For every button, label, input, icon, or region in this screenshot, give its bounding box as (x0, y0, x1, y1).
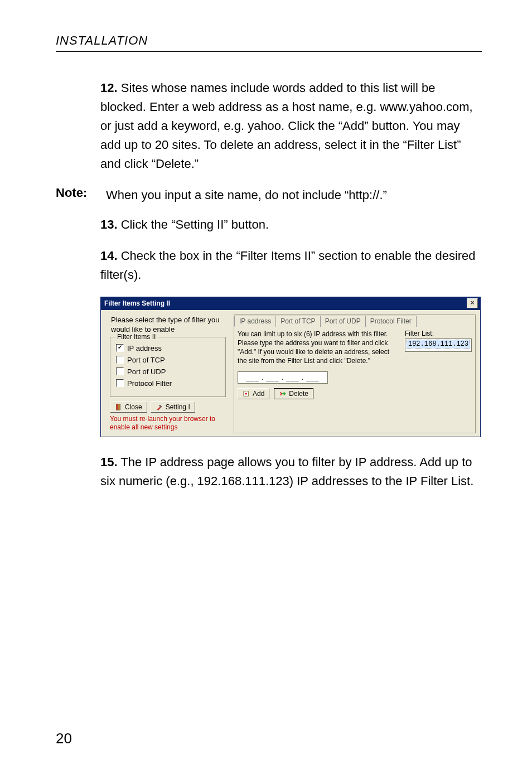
close-button[interactable]: Close (110, 401, 147, 413)
checkbox-protocol-row[interactable]: Protocol Filter (116, 379, 220, 388)
filter-items-dialog: Filter Items Setting II × Please select … (100, 297, 481, 437)
checkbox-protocol-label: Protocol Filter (127, 379, 172, 388)
step-14-num: 14. (100, 249, 118, 263)
delete-button-label: Delete (289, 390, 308, 398)
dialog-title: Filter Items Setting II (104, 299, 170, 307)
filter-list-label: Filter List: (405, 330, 472, 337)
tab-port-tcp[interactable]: Port of TCP (275, 316, 320, 327)
checkbox-udp-label: Port of UDP (127, 367, 166, 376)
filter-items-groupbox: Filter Items II ✓ IP address Port of TCP… (110, 337, 226, 397)
dialog-close-button[interactable]: × (467, 298, 478, 308)
add-button[interactable]: Add (238, 388, 269, 399)
tab-protocol-filter[interactable]: Protocol Filter (365, 316, 417, 327)
checkbox-protocol[interactable] (116, 379, 124, 387)
add-icon (243, 390, 250, 398)
close-button-label: Close (125, 403, 142, 411)
note-text: When you input a site name, do not inclu… (106, 186, 387, 205)
relaunch-warning: You must re-launch your browser to enabl… (110, 415, 226, 432)
checkbox-tcp-row[interactable]: Port of TCP (116, 356, 220, 364)
checkbox-udp[interactable] (116, 367, 124, 375)
svg-rect-1 (117, 404, 118, 410)
step-15-text: The IP address page allows you to filter… (100, 455, 473, 488)
checkbox-tcp[interactable] (116, 356, 124, 364)
tools-icon (156, 403, 163, 411)
note-label: Note: (56, 186, 95, 205)
filter-list[interactable]: 192.168.111.123 (405, 338, 472, 352)
tab-instruction: You can limit up to six (6) IP address w… (238, 330, 400, 366)
delete-button[interactable]: Delete (274, 388, 313, 399)
checkbox-tcp-label: Port of TCP (127, 356, 165, 364)
tab-port-udp[interactable]: Port of UDP (320, 316, 366, 327)
tabstrip: IP address Port of TCP Port of UDP Proto… (234, 315, 475, 326)
filter-list-item[interactable]: 192.168.111.123 (407, 340, 470, 349)
step-14: 14. Check the box in the “Filter Items I… (100, 246, 482, 284)
checkbox-ip[interactable]: ✓ (116, 344, 124, 352)
step-12-text: Sites whose names include words added to… (100, 81, 473, 171)
section-header: INSTALLATION (56, 33, 482, 52)
delete-icon (279, 390, 287, 398)
step-15-num: 15. (100, 455, 118, 469)
checkbox-ip-label: IP address (127, 344, 162, 352)
checkbox-ip-row[interactable]: ✓ IP address (116, 344, 220, 352)
dialog-titlebar: Filter Items Setting II × (101, 297, 480, 310)
step-13-num: 13. (100, 217, 118, 231)
step-12: 12. Sites whose names include words adde… (100, 79, 482, 173)
ip-input[interactable]: ___ . ___ . ___ . ___ (238, 371, 328, 384)
setting-i-button[interactable]: Setting I (151, 401, 195, 413)
page-number: 20 (56, 730, 72, 747)
step-13-text: Click the “Setting II” button. (121, 217, 269, 231)
step-14-text: Check the box in the “Filter Items II” s… (100, 249, 476, 282)
dialog-intro: Please select the type of filter you wou… (111, 316, 228, 335)
step-13: 13. Click the “Setting II” button. (100, 215, 482, 234)
groupbox-title: Filter Items II (115, 333, 158, 341)
tab-ip-address[interactable]: IP address (234, 316, 276, 327)
door-icon (115, 403, 123, 411)
setting-i-button-label: Setting I (166, 403, 190, 411)
step-12-num: 12. (100, 81, 118, 95)
add-button-label: Add (253, 390, 264, 398)
checkbox-udp-row[interactable]: Port of UDP (116, 367, 220, 376)
step-15: 15. The IP address page allows you to fi… (100, 453, 482, 491)
